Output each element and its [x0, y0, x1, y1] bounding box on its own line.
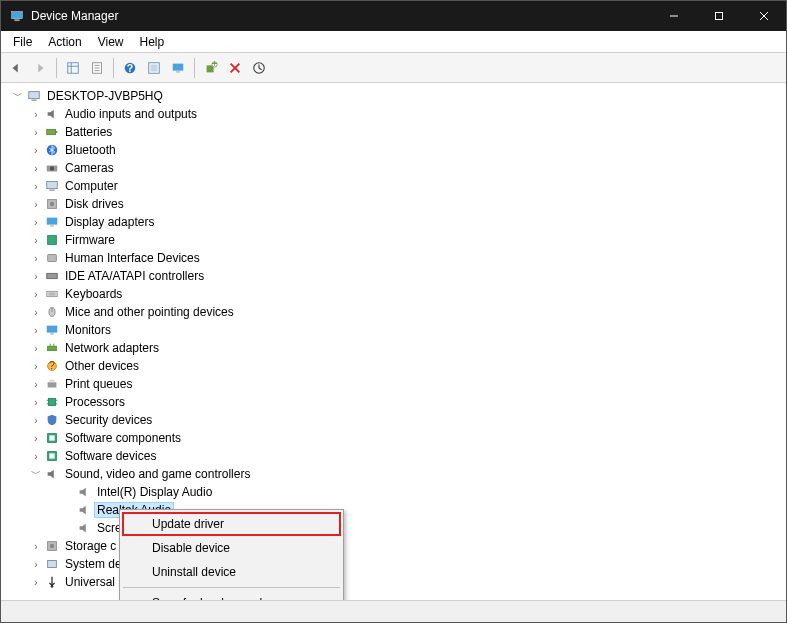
svg-text:+: +: [211, 61, 217, 69]
chevron-right-icon[interactable]: ›: [29, 125, 43, 139]
chevron-right-icon[interactable]: ›: [29, 287, 43, 301]
tree-category-label: IDE ATA/ATAPI controllers: [63, 269, 206, 283]
tree-category[interactable]: ›Mice and other pointing devices: [5, 303, 786, 321]
menu-view[interactable]: View: [90, 33, 132, 51]
chevron-right-icon[interactable]: ›: [29, 107, 43, 121]
chevron-right-icon[interactable]: ›: [29, 161, 43, 175]
menu-file[interactable]: File: [5, 33, 40, 51]
network-icon: [44, 340, 60, 356]
menu-help[interactable]: Help: [132, 33, 173, 51]
tree-category-label: Firmware: [63, 233, 117, 247]
chevron-right-icon[interactable]: ›: [29, 557, 43, 571]
tree-category[interactable]: ›Batteries: [5, 123, 786, 141]
monitor-button[interactable]: [167, 57, 189, 79]
svg-rect-18: [176, 71, 180, 72]
chevron-right-icon[interactable]: ›: [29, 215, 43, 229]
bluetooth-icon: [44, 142, 60, 158]
tree-category-label: Display adapters: [63, 215, 156, 229]
tree-root[interactable]: ﹀ DESKTOP-JVBP5HQ: [5, 87, 786, 105]
tree-category[interactable]: ›Security devices: [5, 411, 786, 429]
tree-category[interactable]: ›Audio inputs and outputs: [5, 105, 786, 123]
computer-icon: [26, 88, 42, 104]
back-button[interactable]: [5, 57, 27, 79]
cpu-icon: [44, 394, 60, 410]
chevron-down-icon[interactable]: ﹀: [29, 467, 43, 481]
svg-rect-16: [151, 64, 158, 71]
uninstall-button[interactable]: [224, 57, 246, 79]
tree-category[interactable]: ›IDE ATA/ATAPI controllers: [5, 267, 786, 285]
chevron-down-icon[interactable]: ﹀: [11, 89, 25, 103]
hid-icon: [44, 250, 60, 266]
svg-rect-38: [48, 236, 57, 245]
tree-category[interactable]: ›Computer: [5, 177, 786, 195]
tree-category[interactable]: ›Network adapters: [5, 339, 786, 357]
device-tree[interactable]: ﹀ DESKTOP-JVBP5HQ ›Audio inputs and outp…: [1, 83, 786, 600]
tree-category[interactable]: ›Print queues: [5, 375, 786, 393]
menu-bar: File Action View Help: [1, 31, 786, 53]
add-legacy-button[interactable]: +: [200, 57, 222, 79]
menu-action[interactable]: Action: [40, 33, 89, 51]
minimize-button[interactable]: [651, 1, 696, 31]
speaker-small-icon: [76, 484, 92, 500]
tree-category[interactable]: ›Monitors: [5, 321, 786, 339]
tree-category[interactable]: ›Software devices: [5, 447, 786, 465]
tree-category-label: Computer: [63, 179, 120, 193]
tree-category-label: Monitors: [63, 323, 113, 337]
svg-rect-37: [50, 226, 54, 227]
scan-button[interactable]: [143, 57, 165, 79]
other-icon: ?: [44, 358, 60, 374]
tree-category[interactable]: ›Keyboards: [5, 285, 786, 303]
tree-category-label: Audio inputs and outputs: [63, 107, 199, 121]
svg-text:?: ?: [127, 61, 133, 73]
svg-rect-27: [47, 129, 56, 134]
tree-category-label: Processors: [63, 395, 127, 409]
chevron-right-icon[interactable]: ›: [29, 377, 43, 391]
tree-category[interactable]: ›Disk drives: [5, 195, 786, 213]
svg-rect-28: [56, 131, 58, 133]
speaker-small-icon: [76, 520, 92, 536]
display-icon: [44, 214, 60, 230]
chevron-right-icon[interactable]: ›: [29, 341, 43, 355]
tree-category-label: Sound, video and game controllers: [63, 467, 252, 481]
tree-category-label: Network adapters: [63, 341, 161, 355]
forward-button[interactable]: [29, 57, 51, 79]
tree-category[interactable]: ›Processors: [5, 393, 786, 411]
chevron-right-icon[interactable]: ›: [29, 143, 43, 157]
chevron-right-icon[interactable]: ›: [29, 251, 43, 265]
show-hidden-button[interactable]: [62, 57, 84, 79]
chevron-right-icon[interactable]: ›: [29, 233, 43, 247]
close-button[interactable]: [741, 1, 786, 31]
tree-category[interactable]: ›Display adapters: [5, 213, 786, 231]
tree-category[interactable]: ›Human Interface Devices: [5, 249, 786, 267]
tree-category[interactable]: ›Bluetooth: [5, 141, 786, 159]
chevron-right-icon[interactable]: ›: [29, 575, 43, 589]
chevron-right-icon[interactable]: ›: [29, 431, 43, 445]
chevron-right-icon[interactable]: ›: [29, 395, 43, 409]
ctx-uninstall-device[interactable]: Uninstall device: [122, 560, 341, 584]
window-title: Device Manager: [31, 9, 651, 23]
chevron-right-icon[interactable]: ›: [29, 539, 43, 553]
chevron-right-icon[interactable]: ›: [29, 197, 43, 211]
tree-category[interactable]: ›Software components: [5, 429, 786, 447]
tree-category[interactable]: ›Firmware: [5, 231, 786, 249]
ctx-disable-device[interactable]: Disable device: [122, 536, 341, 560]
tree-device-intel-audio[interactable]: Intel(R) Display Audio: [5, 483, 786, 501]
svg-rect-3: [715, 13, 722, 20]
tree-category-sound[interactable]: ﹀ Sound, video and game controllers: [5, 465, 786, 483]
svg-rect-53: [48, 382, 57, 387]
ctx-scan-hardware[interactable]: Scan for hardware changes: [122, 591, 341, 600]
chevron-right-icon[interactable]: ›: [29, 269, 43, 283]
chevron-right-icon[interactable]: ›: [29, 305, 43, 319]
tree-category[interactable]: ›?Other devices: [5, 357, 786, 375]
chevron-right-icon[interactable]: ›: [29, 179, 43, 193]
properties-button[interactable]: [86, 57, 108, 79]
chevron-right-icon[interactable]: ›: [29, 413, 43, 427]
chevron-right-icon[interactable]: ›: [29, 323, 43, 337]
chevron-right-icon[interactable]: ›: [29, 359, 43, 373]
update-driver-button[interactable]: [248, 57, 270, 79]
maximize-button[interactable]: [696, 1, 741, 31]
chevron-right-icon[interactable]: ›: [29, 449, 43, 463]
ctx-update-driver[interactable]: Update driver: [122, 512, 341, 536]
help-button[interactable]: ?: [119, 57, 141, 79]
tree-category[interactable]: ›Cameras: [5, 159, 786, 177]
